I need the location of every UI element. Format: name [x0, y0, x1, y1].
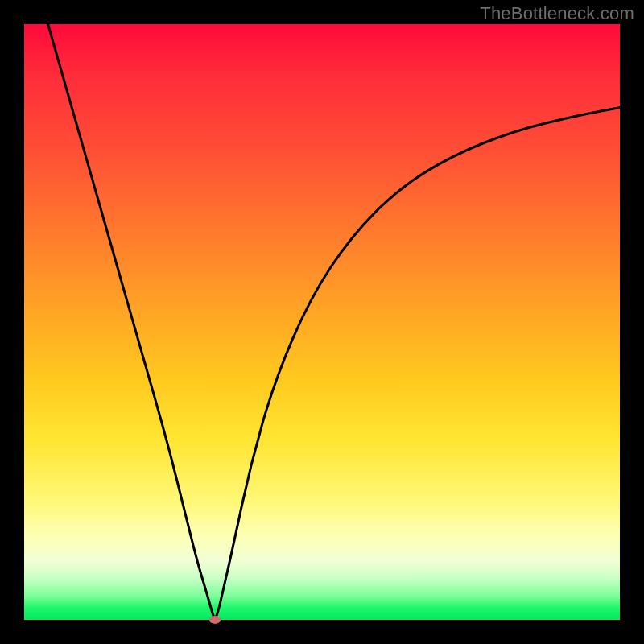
curve-path [48, 24, 620, 617]
plot-area [24, 24, 620, 620]
minimum-marker [209, 616, 221, 624]
bottleneck-curve [24, 24, 620, 620]
watermark-text: TheBottleneck.com [480, 3, 634, 24]
chart-frame: TheBottleneck.com [0, 0, 644, 644]
